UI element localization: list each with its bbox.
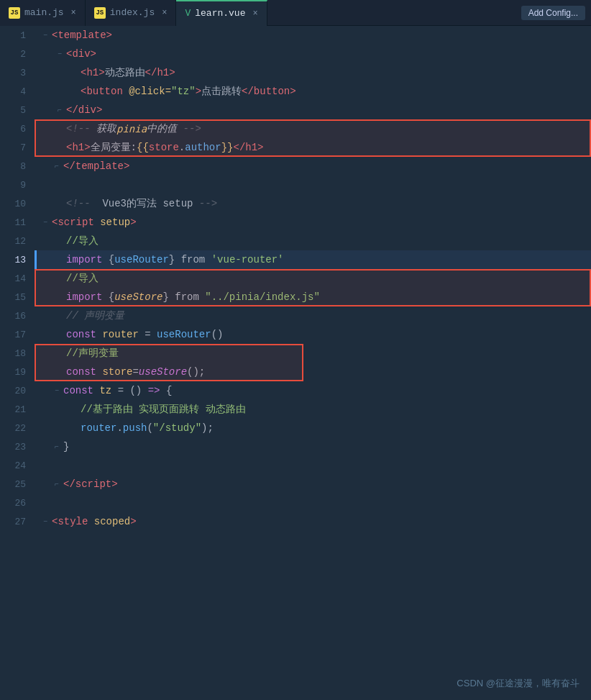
- code-line-13: import {useRouter} from 'vue-router': [35, 250, 591, 269]
- line-6: 6: [0, 119, 35, 138]
- code-line-6: <!-- 获取pinia中的值 -->: [35, 119, 591, 138]
- line-23: 23: [0, 437, 35, 456]
- code-line-20: − const tz = () => {: [35, 381, 591, 400]
- code-line-24: [35, 456, 591, 475]
- code-line-26: [35, 494, 591, 512]
- code-line-1: − <template>: [35, 26, 591, 45]
- line-10: 10: [0, 194, 35, 213]
- tab-label: main.js: [24, 7, 64, 18]
- code-line-23: ⌐ }: [35, 437, 591, 456]
- add-config-button[interactable]: Add Config...: [521, 6, 585, 20]
- fold-20[interactable]: −: [52, 386, 62, 396]
- highlight-region-3: //声明变量 const store=useStore();: [35, 344, 591, 381]
- code-line-9: [35, 176, 591, 194]
- line-17: 17: [0, 325, 35, 344]
- line-5: 5: [0, 101, 35, 119]
- code-line-10: <!-- Vue3的写法 setup -->: [35, 194, 591, 213]
- js-icon: JS: [9, 7, 20, 19]
- line-24: 24: [0, 456, 35, 475]
- code-line-3: <h1>动态路由</h1>: [35, 63, 591, 82]
- code-line-16: // 声明变量: [35, 306, 591, 325]
- line-20: 20: [0, 381, 35, 400]
- code-area: − <template> − <div> <h1>动态路由</h1> <butt…: [35, 26, 591, 700]
- fold-8[interactable]: ⌐: [52, 161, 62, 171]
- tab-learn-vue[interactable]: V learn.vue ×: [176, 0, 267, 26]
- header-actions: Add Config...: [521, 6, 591, 20]
- watermark: CSDN @征途漫漫，唯有奋斗: [457, 677, 579, 690]
- code-line-22: router.push("/study");: [35, 419, 591, 437]
- line-13: 13: [0, 250, 35, 269]
- fold-5[interactable]: ⌐: [55, 105, 65, 115]
- highlight-region-2: //导入 import {useStore} from "../pinia/in…: [35, 269, 591, 306]
- code-line-14: //导入: [35, 269, 591, 288]
- line-4: 4: [0, 82, 35, 101]
- line-12: 12: [0, 232, 35, 250]
- code-line-4: <button @click="tz">点击跳转</button>: [35, 82, 591, 101]
- line-15: 15: [0, 288, 35, 306]
- code-line-19: const store=useStore();: [35, 363, 591, 381]
- line-27: 27: [0, 512, 35, 531]
- line-25: 25: [0, 475, 35, 494]
- vue-icon: V: [185, 8, 191, 19]
- fold-23[interactable]: ⌐: [52, 442, 62, 452]
- line-9: 9: [0, 176, 35, 194]
- line-21: 21: [0, 400, 35, 419]
- editor: 1 2 3 4 5 6 7 8 9 10 11 12 13 14 15 16 1…: [0, 26, 591, 700]
- code-line-7: <h1>全局变量:{{store.author}}</h1>: [35, 138, 591, 157]
- code-line-11: − <script setup>: [35, 213, 591, 232]
- tab-bar: JS main.js × JS index.js × V learn.vue ×…: [0, 0, 591, 26]
- js-icon-2: JS: [94, 7, 106, 19]
- tab-close-index-js[interactable]: ×: [162, 8, 167, 18]
- active-line-marker: [35, 250, 37, 269]
- line-19: 19: [0, 363, 35, 381]
- line-3: 3: [0, 63, 35, 82]
- fold-2[interactable]: −: [55, 49, 65, 59]
- code-line-17: const router = useRouter(): [35, 325, 591, 344]
- line-22: 22: [0, 419, 35, 437]
- line-16: 16: [0, 306, 35, 325]
- code-line-12: //导入: [35, 232, 591, 250]
- tab-close-main-js[interactable]: ×: [71, 8, 76, 18]
- code-line-21: //基于路由 实现页面跳转 动态路由: [35, 400, 591, 419]
- highlight-region-1: <!-- 获取pinia中的值 --> <h1>全局变量:{{store.aut…: [35, 119, 591, 157]
- code-line-18: //声明变量: [35, 344, 591, 363]
- line-1: 1: [0, 26, 35, 45]
- tab-main-js[interactable]: JS main.js ×: [0, 0, 86, 26]
- line-18: 18: [0, 344, 35, 363]
- code-line-5: ⌐ </div>: [35, 101, 591, 119]
- code-line-2: − <div>: [35, 45, 591, 63]
- fold-27[interactable]: −: [40, 517, 50, 527]
- fold-25[interactable]: ⌐: [52, 479, 62, 489]
- line-14: 14: [0, 269, 35, 288]
- tab-close-learn-vue[interactable]: ×: [252, 9, 257, 19]
- code-line-25: ⌐ </script>: [35, 475, 591, 494]
- line-7: 7: [0, 138, 35, 157]
- fold-1[interactable]: −: [40, 30, 50, 40]
- code-line-15: import {useStore} from "../pinia/index.j…: [35, 288, 591, 306]
- line-gutter: 1 2 3 4 5 6 7 8 9 10 11 12 13 14 15 16 1…: [0, 26, 35, 700]
- tab-index-js[interactable]: JS index.js ×: [86, 0, 177, 26]
- fold-11[interactable]: −: [40, 217, 50, 227]
- line-8: 8: [0, 157, 35, 176]
- line-11: 11: [0, 213, 35, 232]
- tab-label-2: index.js: [110, 7, 155, 18]
- code-line-8: ⌐ </template>: [35, 157, 591, 176]
- line-26: 26: [0, 494, 35, 512]
- code-line-27: − <style scoped>: [35, 512, 591, 531]
- line-2: 2: [0, 45, 35, 63]
- tab-label-3: learn.vue: [195, 8, 245, 19]
